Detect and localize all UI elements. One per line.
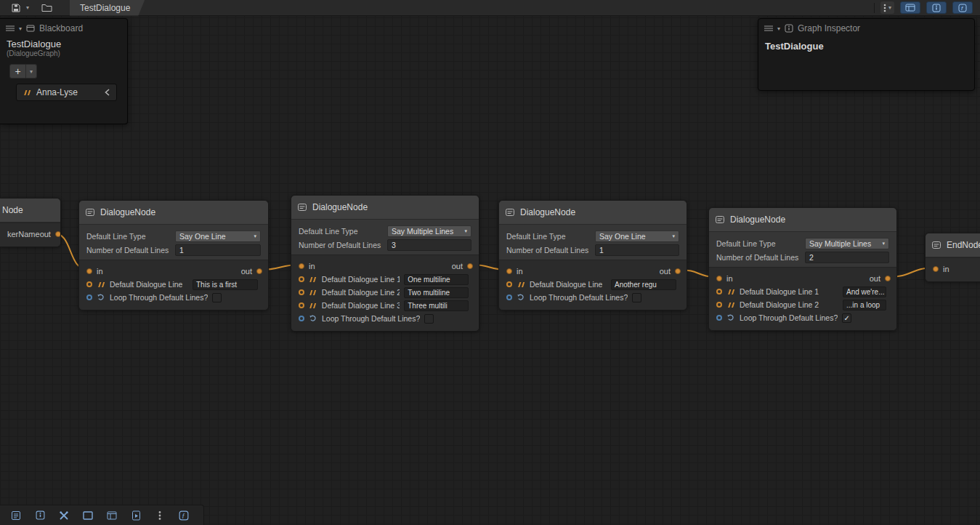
layout-button[interactable] <box>105 508 119 523</box>
quote-icon <box>23 89 31 96</box>
graph-node[interactable]: DialogueNodeDefault Line TypeSay One Lin… <box>498 200 687 310</box>
out-port-dot[interactable] <box>256 268 262 274</box>
row-port-dot[interactable] <box>299 302 304 308</box>
kebab-icon <box>883 4 886 12</box>
text-field[interactable]: 1 <box>595 244 679 256</box>
collapse-caret-icon[interactable]: ▾ <box>777 25 780 32</box>
dropdown[interactable]: Say One Line▾ <box>175 231 261 242</box>
quote-icon <box>727 302 735 308</box>
checkbox[interactable] <box>212 293 222 302</box>
text-field[interactable]: 2 <box>805 252 889 263</box>
toggle-blackboard-button[interactable] <box>900 1 920 14</box>
script-button[interactable]: f <box>177 508 191 523</box>
out-port-dot[interactable] <box>675 268 681 274</box>
input-port[interactable]: in <box>506 267 523 276</box>
port-label: in <box>517 267 523 276</box>
inspector-header[interactable]: ▾ Graph Inspector <box>758 19 974 36</box>
text-field[interactable]: Three multili <box>404 300 469 311</box>
text-field[interactable]: ...in a loop <box>843 300 886 310</box>
output-port[interactable]: out <box>452 262 473 270</box>
text-field[interactable]: 1 <box>175 244 261 256</box>
input-port[interactable]: in <box>716 274 733 283</box>
port-main-row: inout <box>709 272 896 285</box>
add-property-dropdown[interactable]: ▾ <box>26 64 37 79</box>
play-doc-button[interactable] <box>129 508 143 523</box>
row-port-dot[interactable] <box>299 289 304 295</box>
hamburger-icon[interactable] <box>764 25 773 31</box>
tools-button[interactable] <box>57 508 71 523</box>
text-field[interactable]: And we're... <box>843 286 886 297</box>
row-port-dot[interactable] <box>716 289 722 294</box>
open-folder-button[interactable] <box>39 1 54 15</box>
hamburger-icon[interactable] <box>6 25 15 31</box>
port-main-row: kerNameout <box>0 228 60 241</box>
out-port-dot[interactable] <box>55 231 61 237</box>
graph-tab[interactable]: TestDialogue <box>70 0 145 16</box>
text-field[interactable]: 3 <box>387 239 471 251</box>
graph-node[interactable]: DialogueNodeDefault Line TypeSay One Lin… <box>78 200 269 310</box>
node-type-icon <box>85 207 95 217</box>
save-dropdown-button[interactable]: ▾ <box>23 1 32 15</box>
output-port[interactable]: out <box>870 274 891 283</box>
graph-node[interactable]: EndNodein <box>925 233 980 282</box>
node-title-label: DialogueNode <box>520 207 575 217</box>
more-menu-button[interactable]: ▾ <box>880 1 894 14</box>
chevron-left-icon[interactable] <box>105 89 110 96</box>
dropdown[interactable]: Say Multiple Lines▾ <box>805 238 889 249</box>
dropdown[interactable]: Say One Line▾ <box>595 231 679 242</box>
quote-icon-wrap <box>309 289 317 296</box>
text-field[interactable]: One multiline <box>404 274 469 285</box>
input-port[interactable]: kerName <box>7 230 40 239</box>
text-field[interactable]: Another regu <box>611 279 676 290</box>
graph-node[interactable]: DialogueNodeDefault Line TypeSay Multipl… <box>291 195 479 332</box>
checkbox[interactable]: ✓ <box>842 313 851 323</box>
row-port-dot[interactable] <box>299 316 304 321</box>
checkbox[interactable] <box>424 314 434 324</box>
text-field[interactable]: This is a first <box>193 279 258 290</box>
in-port-dot[interactable] <box>299 263 304 269</box>
row-port-dot[interactable] <box>299 276 304 282</box>
node-title-label: DialogueNode <box>100 207 155 217</box>
row-port-dot[interactable] <box>86 294 92 300</box>
chevron-down-icon: ▾ <box>26 4 29 11</box>
in-port-dot[interactable] <box>716 276 722 281</box>
add-property-button[interactable]: + <box>9 64 26 79</box>
toggle-script-button[interactable]: f <box>952 1 973 14</box>
in-port-dot[interactable] <box>933 266 939 272</box>
row-port-dot[interactable] <box>506 294 512 300</box>
property-label: Default Line Type <box>299 227 387 236</box>
in-port-dot[interactable] <box>86 268 92 274</box>
kebab-icon <box>158 510 161 521</box>
output-port[interactable]: out <box>660 267 681 276</box>
console-button[interactable] <box>9 508 23 523</box>
row-port-dot[interactable] <box>716 315 722 321</box>
row-port-dot[interactable] <box>716 302 722 308</box>
collapse-caret-icon[interactable]: ▾ <box>19 25 22 32</box>
out-port-dot[interactable] <box>467 263 473 269</box>
row-port-dot[interactable] <box>506 281 512 287</box>
in-port-dot[interactable] <box>506 268 512 274</box>
checkbox[interactable] <box>632 293 641 302</box>
loop-icon <box>726 313 735 322</box>
blackboard-field[interactable]: Anna-Lyse <box>16 84 117 101</box>
output-port[interactable]: out <box>241 267 262 276</box>
input-port[interactable]: in <box>299 262 315 270</box>
input-port[interactable]: in <box>933 265 949 273</box>
toggle-inspector-button[interactable] <box>926 1 947 14</box>
frame-button[interactable] <box>81 508 95 523</box>
graph-node[interactable]: DialogueNodeDefault Line TypeSay Multipl… <box>708 207 897 331</box>
blackboard-toggle-icon <box>905 4 915 12</box>
blackboard-header[interactable]: ▾ Blackboard <box>0 19 127 36</box>
loop-icon <box>517 293 525 302</box>
save-button[interactable] <box>9 1 23 15</box>
text-field[interactable]: Two multiline <box>404 287 469 298</box>
more-button[interactable] <box>153 508 167 523</box>
input-port[interactable]: in <box>86 267 103 276</box>
info-button[interactable] <box>33 508 47 523</box>
frame-icon <box>83 511 93 520</box>
row-port-dot[interactable] <box>86 281 92 287</box>
dropdown[interactable]: Say Multiple Lines▾ <box>387 225 471 237</box>
out-port-dot[interactable] <box>885 276 891 281</box>
graph-node[interactable]: NodekerNameout <box>0 198 61 247</box>
output-port[interactable]: out <box>40 230 61 239</box>
